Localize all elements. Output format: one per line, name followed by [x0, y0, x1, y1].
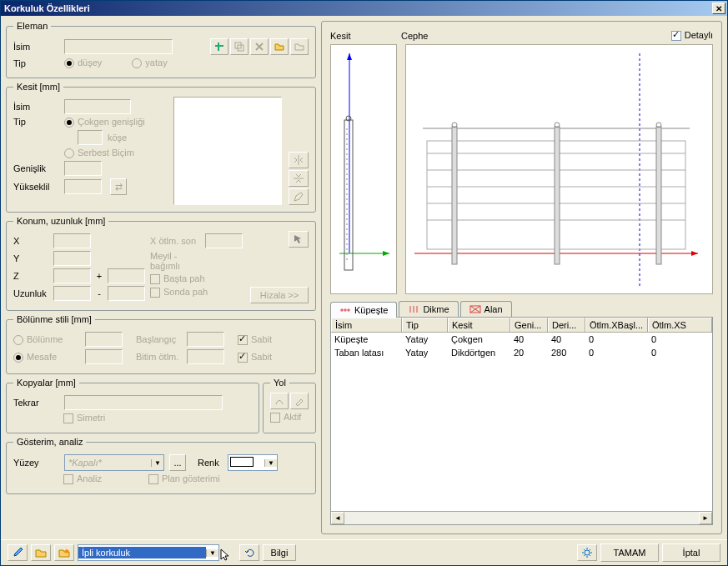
- mirror-h-icon: [293, 154, 304, 166]
- yuzey-combo[interactable]: *Kapalı*▼: [64, 454, 164, 471]
- group-bolunme: Bölünme stili [mm] Bölünme Başlangıç Sab…: [6, 314, 316, 374]
- mirror-v-button[interactable]: [289, 170, 309, 187]
- pick-button[interactable]: [289, 231, 309, 248]
- svg-rect-18: [656, 127, 661, 264]
- analiz-check[interactable]: Analiz: [63, 473, 102, 484]
- chevron-down-icon: ▼: [264, 459, 277, 467]
- th-xs[interactable]: Ötlm.XS: [648, 318, 712, 332]
- x-input[interactable]: [53, 233, 91, 248]
- table-row[interactable]: Taban latası Yatay Dikdörtgen 20 280 0 0: [331, 346, 712, 359]
- hizala-button[interactable]: Hizala >>: [250, 287, 309, 303]
- th-isim[interactable]: İsim: [331, 318, 402, 332]
- yol-btn1[interactable]: [270, 393, 289, 409]
- kesit-isim-input[interactable]: [64, 99, 131, 114]
- swap-button[interactable]: ⇄: [110, 178, 127, 195]
- yukseklik-label: Yükseklil: [13, 182, 59, 192]
- group-bolunme-legend: Bölünme stili [mm]: [13, 314, 95, 324]
- scroll-right-button[interactable]: ►: [699, 512, 712, 524]
- z-label: Z: [13, 271, 48, 281]
- y-input[interactable]: [53, 251, 91, 266]
- uzunluk2-input[interactable]: [108, 286, 145, 301]
- radio-dusey[interactable]: düşey: [64, 58, 102, 68]
- svg-rect-4: [344, 120, 353, 270]
- radio-cokgen[interactable]: Çokgen genişliği: [64, 117, 145, 128]
- close-button[interactable]: ✕: [712, 3, 725, 14]
- open-button[interactable]: [31, 544, 51, 561]
- h-scrollbar[interactable]: ◄ ►: [331, 511, 712, 524]
- import-button[interactable]: [270, 38, 289, 55]
- baslangic-input[interactable]: [187, 332, 224, 347]
- mirror-h-button[interactable]: [289, 152, 309, 168]
- genislik-input[interactable]: [64, 161, 102, 176]
- table-row[interactable]: Küpeşte Yatay Çokgen 40 40 0 0: [331, 333, 712, 346]
- z2-input[interactable]: [108, 268, 145, 283]
- radio-yatay[interactable]: yatay: [132, 58, 167, 68]
- save-button[interactable]: [290, 38, 309, 55]
- pencil-icon: [293, 191, 304, 203]
- bolunme-input[interactable]: [85, 332, 123, 347]
- area-icon: [469, 305, 481, 313]
- table-body[interactable]: Küpeşte Yatay Çokgen 40 40 0 0 Taban lat…: [331, 333, 712, 511]
- simetri-check[interactable]: Simetri: [63, 413, 105, 423]
- svg-point-23: [585, 550, 590, 555]
- eyedropper-button[interactable]: [8, 544, 28, 561]
- saveas-button[interactable]: [54, 544, 74, 561]
- tab-alan[interactable]: Alan: [460, 301, 512, 317]
- sabit1-check[interactable]: Sabit: [238, 334, 272, 345]
- plan-check[interactable]: Plan gösterimi: [148, 473, 220, 484]
- th-kesit[interactable]: Kesit: [448, 318, 510, 332]
- copy-button[interactable]: [230, 38, 249, 55]
- reset-button[interactable]: [239, 544, 259, 561]
- aktif-check[interactable]: Aktif: [270, 412, 301, 423]
- tab-kupeste[interactable]: Küpeşte: [330, 302, 397, 318]
- basta-pah-check[interactable]: Başta pah: [150, 273, 205, 284]
- eyedropper-icon: [12, 547, 23, 558]
- group-konum: Konum, uzunluk [mm] X Y Z+ Uzunluk- X öt…: [6, 216, 316, 311]
- th-tip[interactable]: Tip: [402, 318, 448, 332]
- th-xb[interactable]: Ötlm.XBaşl...: [585, 318, 648, 332]
- radio-serbest[interactable]: Serbest Biçim: [64, 148, 145, 158]
- renk-combo[interactable]: ▼: [228, 454, 278, 471]
- group-yol-legend: Yol: [270, 378, 289, 388]
- plus-label: +: [96, 271, 103, 281]
- folder-open-icon: [274, 42, 284, 52]
- mesafe-input[interactable]: [85, 349, 123, 364]
- uzunluk-input[interactable]: [53, 286, 91, 301]
- settings-button[interactable]: [577, 544, 597, 561]
- yukseklik-input[interactable]: [64, 179, 102, 194]
- dialog-korkuluk: Korkuluk Özellikleri ✕ Eleman İsim: [0, 0, 728, 566]
- iptal-button[interactable]: İptal: [662, 543, 720, 562]
- table: İsim Tip Kesit Geni... Deri... Ötlm.XBaş…: [330, 318, 713, 525]
- th-gen[interactable]: Geni...: [510, 318, 548, 332]
- yol-btn2[interactable]: [290, 393, 309, 409]
- sonda-pah-check[interactable]: Sonda pah: [150, 287, 208, 298]
- meyil-label: Meyil - bağımlı: [150, 251, 200, 271]
- isim-label: İsim: [13, 42, 59, 52]
- scroll-left-button[interactable]: ◄: [331, 512, 344, 524]
- kose-input[interactable]: [78, 130, 103, 145]
- sabit2-check[interactable]: Sabit: [238, 352, 272, 363]
- cursor-icon: [219, 548, 233, 561]
- edit-section-button[interactable]: [289, 188, 309, 205]
- isim-input[interactable]: [64, 39, 173, 54]
- bitim-input[interactable]: [187, 349, 224, 364]
- genislik-label: Genişlik: [13, 163, 59, 173]
- bilgi-button[interactable]: Bilgi: [263, 544, 296, 561]
- z-input[interactable]: [53, 268, 91, 283]
- tamam-button[interactable]: TAMAM: [600, 543, 659, 562]
- detayli-check[interactable]: Detaylı: [671, 30, 713, 41]
- tabs: Küpeşte Dikme Alan: [330, 301, 713, 318]
- radio-bolunme[interactable]: Bölünme: [13, 334, 80, 345]
- scroll-track[interactable]: [344, 512, 699, 524]
- xotlm-input[interactable]: [205, 233, 243, 248]
- baslangic-label: Başlangıç: [136, 334, 182, 344]
- tab-dikme[interactable]: Dikme: [399, 301, 458, 317]
- tekrar-input[interactable]: [64, 395, 223, 410]
- preset-combo[interactable]: İpli korkuluk ▼: [78, 544, 219, 561]
- th-der[interactable]: Deri...: [548, 318, 585, 332]
- titlebar: Korkuluk Özellikleri ✕: [1, 1, 727, 16]
- yuzey-ellipsis-button[interactable]: ...: [169, 454, 186, 471]
- add-button[interactable]: [210, 38, 228, 55]
- delete-button[interactable]: [250, 38, 269, 55]
- radio-mesafe[interactable]: Mesafe: [13, 352, 80, 363]
